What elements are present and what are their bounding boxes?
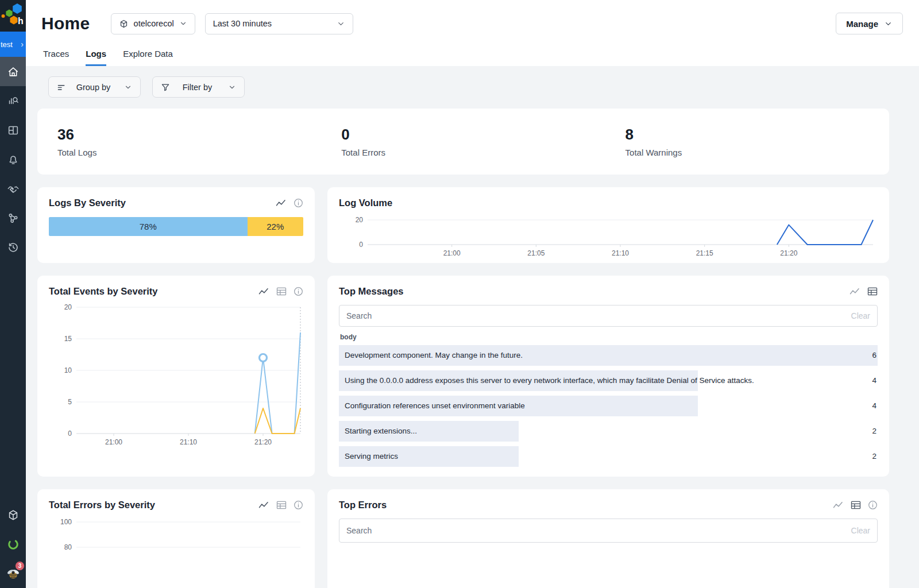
svg-text:0: 0: [68, 430, 72, 438]
chevron-down-icon: [337, 20, 345, 28]
handshake-icon: [7, 183, 20, 195]
total-errors-chart[interactable]: 10080: [49, 514, 303, 583]
tab-explore-data[interactable]: Explore Data: [123, 49, 173, 66]
severity-segment-info[interactable]: 78%: [49, 217, 248, 236]
sidebar-item-help-bee[interactable]: 3: [0, 559, 26, 588]
sidebar-item-status[interactable]: [0, 529, 26, 559]
table-row[interactable]: Configuration references unset environme…: [339, 396, 878, 416]
info-icon[interactable]: [294, 287, 303, 296]
workspace-chevron-icon: ›: [21, 40, 24, 49]
log-volume-card: Log Volume 02021:0021:0521:1021:1521:20: [327, 187, 889, 263]
svg-text:h: h: [18, 16, 24, 26]
row-message-text: Using the 0.0.0.0 address exposes this s…: [345, 370, 754, 391]
dataset-cube-icon: [119, 19, 129, 29]
workspace-switcher[interactable]: test ›: [0, 32, 26, 57]
manage-button[interactable]: Manage: [836, 13, 903, 34]
row-message-text: Development component. May change in the…: [345, 345, 523, 366]
filter-by-button[interactable]: Filter by: [152, 76, 245, 98]
svg-text:100: 100: [60, 518, 72, 526]
table-view-icon[interactable]: [276, 501, 287, 509]
total-logs-label: Total Logs: [57, 148, 321, 157]
svg-text:21:05: 21:05: [527, 249, 545, 257]
tab-traces[interactable]: Traces: [43, 49, 69, 66]
clear-search-link[interactable]: Clear: [851, 526, 870, 535]
history-icon: [7, 241, 20, 254]
svg-text:21:20: 21:20: [780, 249, 797, 257]
sidebar-item-alerts[interactable]: [0, 145, 26, 174]
table-view-icon[interactable]: [276, 287, 287, 296]
table-row[interactable]: Starting extensions... 2: [339, 421, 878, 442]
svg-text:20: 20: [64, 303, 72, 311]
filter-by-label: Filter by: [177, 83, 218, 92]
total-errors-title: Total Errors by Severity: [49, 500, 258, 510]
top-messages-search: Clear: [339, 305, 878, 327]
chevron-down-icon: [179, 20, 187, 28]
group-by-lines-icon: [57, 83, 66, 92]
row-count: 6: [872, 345, 876, 366]
table-view-icon[interactable]: [867, 287, 878, 296]
sidebar: h test ›: [0, 0, 26, 588]
total-warnings-value: 8: [625, 126, 889, 144]
table-row[interactable]: Using the 0.0.0.0 address exposes this s…: [339, 370, 878, 391]
table-view-icon[interactable]: [851, 501, 861, 509]
line-chart-icon[interactable]: [258, 501, 269, 509]
query-icon: [7, 95, 20, 107]
dataset-selector[interactable]: otelcorecol: [111, 13, 195, 34]
severity-segment-warn[interactable]: 22%: [248, 217, 303, 236]
row-count: 2: [872, 421, 876, 442]
notification-badge: 3: [15, 561, 25, 571]
filter-toolbar: Group by Filter by: [48, 76, 889, 98]
service-map-icon: [7, 212, 20, 225]
line-chart-icon[interactable]: [833, 501, 844, 509]
top-errors-title: Top Errors: [339, 500, 833, 510]
svg-text:80: 80: [64, 543, 72, 551]
time-range-selector[interactable]: Last 30 minutes: [205, 13, 353, 34]
sidebar-item-query[interactable]: [0, 86, 26, 115]
log-volume-title: Log Volume: [339, 198, 878, 208]
total-errors-card: Total Errors by Severity 10080: [37, 489, 315, 588]
row-count: 4: [872, 396, 876, 416]
info-icon[interactable]: [294, 500, 303, 510]
info-icon[interactable]: [294, 198, 303, 208]
top-messages-title: Top Messages: [339, 286, 850, 297]
sidebar-spacer: [0, 262, 26, 500]
group-by-button[interactable]: Group by: [48, 76, 141, 98]
filter-funnel-icon: [161, 83, 170, 92]
manage-button-label: Manage: [846, 19, 878, 29]
row-message-text: Configuration references unset environme…: [345, 396, 525, 416]
log-volume-chart[interactable]: 02021:0021:0521:1021:1521:20: [339, 212, 878, 258]
total-errors-value: 0: [341, 126, 605, 144]
svg-text:21:10: 21:10: [612, 249, 629, 257]
total-logs-value: 36: [57, 126, 321, 144]
logs-by-severity-title: Logs By Severity: [49, 198, 276, 208]
sidebar-item-home[interactable]: [0, 57, 26, 86]
total-events-title: Total Events by Severity: [49, 286, 258, 297]
sidebar-item-boards[interactable]: [0, 115, 26, 145]
svg-text:0: 0: [359, 241, 363, 249]
sidebar-item-package[interactable]: [0, 500, 26, 529]
page-title: Home: [41, 14, 90, 33]
sidebar-item-service-map[interactable]: [0, 203, 26, 233]
boards-icon: [7, 124, 20, 137]
table-row[interactable]: Serving metrics 2: [339, 446, 878, 467]
search-input[interactable]: [346, 311, 851, 320]
total-events-chart[interactable]: 0510152021:0021:1021:20: [49, 300, 303, 451]
chevron-down-icon: [228, 83, 236, 91]
tab-logs[interactable]: Logs: [86, 49, 106, 66]
search-input[interactable]: [346, 526, 851, 535]
time-range-label: Last 30 minutes: [213, 19, 331, 28]
column-header-body: body: [340, 333, 878, 341]
table-row[interactable]: Development component. May change in the…: [339, 345, 878, 366]
honeycomb-logo[interactable]: h: [0, 0, 26, 32]
svg-text:15: 15: [64, 335, 72, 343]
sidebar-item-history[interactable]: [0, 233, 26, 262]
svg-text:5: 5: [68, 398, 72, 406]
row-message-text: Serving metrics: [345, 446, 398, 467]
clear-search-link[interactable]: Clear: [851, 311, 870, 320]
info-icon[interactable]: [868, 500, 878, 510]
line-chart-icon[interactable]: [276, 199, 287, 207]
line-chart-icon[interactable]: [258, 287, 269, 296]
sidebar-item-slos[interactable]: [0, 174, 26, 203]
line-chart-icon[interactable]: [850, 287, 860, 296]
total-errors-label: Total Errors: [341, 148, 605, 157]
